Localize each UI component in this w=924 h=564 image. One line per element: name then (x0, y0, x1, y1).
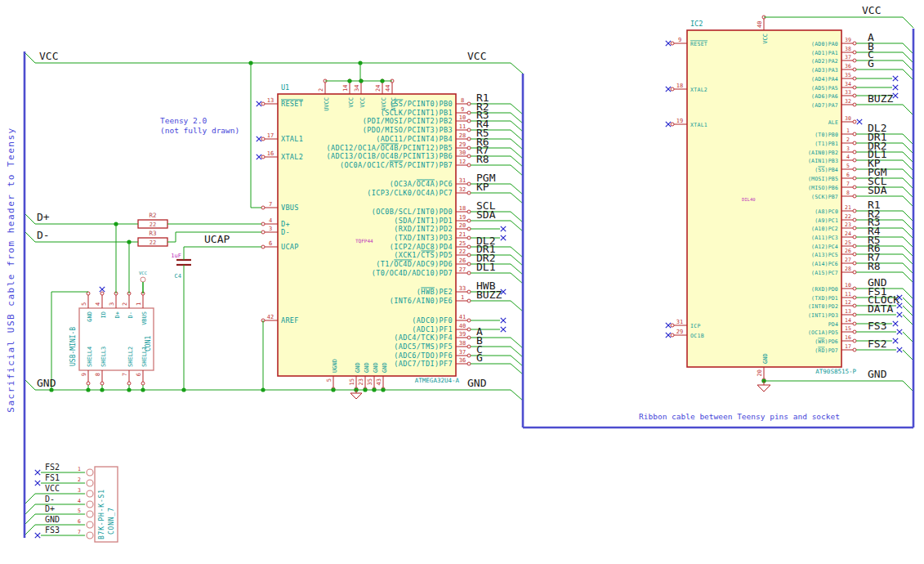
net-label: DL1 (476, 261, 495, 273)
pin-end (853, 103, 856, 106)
pin-end (853, 150, 856, 154)
pin-name: OC1B (690, 333, 704, 339)
pin-name: UGND (332, 359, 338, 373)
conn7-pin-circle (87, 532, 93, 539)
pin-name: (PDI/MOSI/PCINT2)PB2 (363, 117, 453, 125)
usb-connector: 5GND4ID3D+2D-1VBUS9SHELL48SHELL37SHELL26… (69, 271, 154, 390)
pin-end (467, 210, 471, 213)
junction-dot (380, 78, 384, 83)
pin-end (671, 333, 674, 337)
junction-dot (372, 387, 376, 392)
pin-end (853, 51, 856, 54)
pin-end (853, 141, 856, 145)
pin-number: 41 (459, 314, 466, 320)
pin-end (467, 290, 471, 293)
pin-number: 15 (845, 325, 851, 332)
pin-name: (T1)PB1 (815, 141, 838, 147)
pin-number: 23 (845, 222, 851, 228)
resistor-ref: R2 (149, 212, 156, 219)
pin-number: 23 (358, 378, 364, 385)
pin-name: SHELL4 (87, 347, 93, 367)
pin-number: 38 (459, 340, 466, 347)
pin-name: (INT6/AIN0)PE6 (390, 297, 453, 305)
pin-name: UVCC (324, 97, 330, 111)
net-label: DATA (868, 302, 893, 315)
pin-number: 36 (845, 63, 851, 69)
pin-name: (SCK)PB7 (811, 194, 838, 200)
pin-number: 38 (845, 46, 851, 52)
pin-end (853, 120, 856, 123)
pin-number: 37 (845, 54, 851, 60)
pin-number: 11 (845, 291, 851, 298)
ic2-ref: IC2 (690, 20, 703, 28)
pin-name: (ADC11/PCINT4)PB4 (376, 135, 453, 143)
pin-number: 39 (845, 37, 851, 43)
pin-number: 4 (95, 302, 101, 306)
pin-name: (AD6)PA6 (811, 93, 838, 100)
pin-end (467, 137, 471, 141)
net-label: D+ (37, 211, 50, 223)
net-label: VCC (45, 484, 60, 493)
net-label: R8 (476, 153, 489, 165)
net-label: VCC (39, 50, 58, 62)
resistor-r3: R322 (138, 230, 167, 246)
pin-name: (A10)PC2 (811, 226, 838, 232)
pin-number: 6 (78, 518, 81, 525)
pin-end (853, 218, 856, 222)
pin-end (671, 87, 674, 91)
pin-number: 1 (846, 128, 850, 134)
pin-number: 34 (845, 81, 851, 87)
junction-dot (141, 387, 145, 392)
pin-end (853, 348, 856, 351)
pin-number: 39 (459, 331, 466, 338)
net-label: SDA (476, 208, 496, 221)
pin-number: 22 (459, 248, 466, 255)
vcc-power-label: VCC (139, 271, 147, 275)
pin-name: (INT0)PD2 (808, 303, 838, 310)
pin-number: 32 (845, 98, 851, 105)
pin-end (853, 296, 856, 299)
pin-name: (SS)PB4 (815, 167, 838, 173)
pin-end (261, 206, 265, 209)
pin-name: VCC (762, 34, 769, 44)
pin-end (853, 235, 856, 239)
pin-name: VBUS (281, 204, 299, 212)
pin-name: (INT1)PD3 (808, 312, 838, 319)
pin-number: 10 (845, 282, 851, 289)
pin-name: (ADC0)PF0 (412, 316, 453, 325)
junction-dot (100, 387, 104, 392)
u1-part: ATMEGA32U4-A (415, 377, 460, 384)
pin-end (467, 262, 471, 266)
junction-dot (261, 387, 265, 392)
pin-end (467, 354, 471, 357)
pin-name: AVCC (391, 97, 397, 111)
pin-end (671, 324, 674, 327)
pin-number: 1 (461, 294, 464, 301)
pin-end (467, 119, 471, 123)
pin-name: VCC (359, 97, 366, 108)
pin-number: 18 (459, 205, 466, 212)
pin-name: (ADC13/OC1B/OC4B/PCINT13)PB6 (327, 152, 453, 160)
u1-ref: U1 (281, 83, 289, 92)
schematic-page: (SS/PCINT0)PB08R1(SCLK/PCINT1)PB19R2(PDI… (0, 0, 924, 564)
pin-number: 26 (845, 248, 851, 254)
pin-name: XTAL1 (690, 122, 708, 128)
pin-end (87, 292, 90, 295)
pin-name: (AIN0)PB2 (808, 150, 838, 156)
pin-number: 32 (459, 186, 466, 193)
pin-number: 13 (845, 308, 851, 315)
pin-number: 19 (676, 118, 683, 124)
pin-number: 7 (846, 181, 850, 187)
pin-name: ID (100, 311, 107, 318)
pin-number: 8 (846, 190, 850, 196)
pin-end (467, 236, 471, 239)
pin-end (467, 111, 471, 114)
pin-name: (TXD)PD1 (811, 295, 838, 302)
pin-number: 27 (459, 266, 466, 273)
pin-name: (XCK1/CTS)PD5 (394, 251, 453, 259)
net-label: BUZZ (476, 289, 502, 301)
pin-end (467, 299, 471, 302)
pin-number: 44 (385, 85, 391, 92)
pin-end (467, 154, 471, 158)
pin-end (853, 244, 856, 248)
